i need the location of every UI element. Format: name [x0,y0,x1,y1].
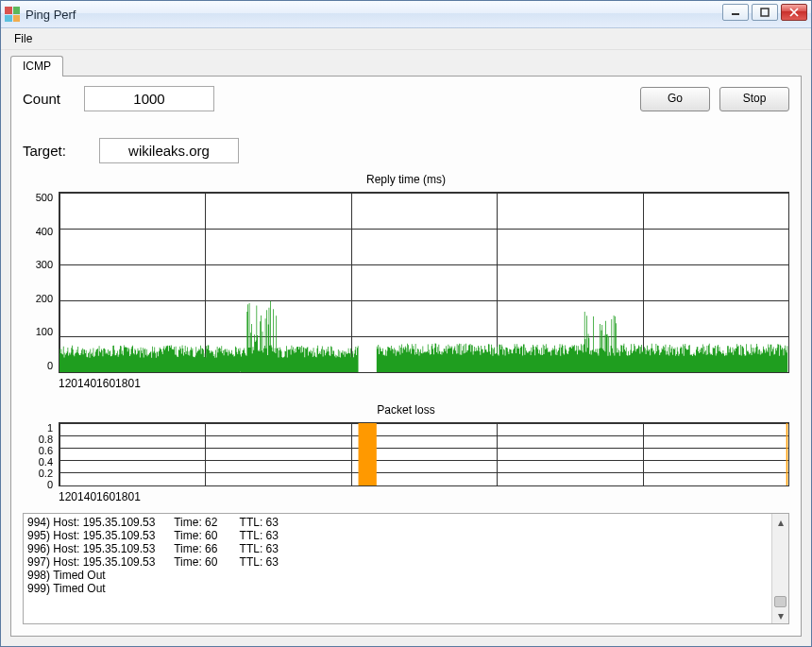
maximize-button[interactable] [752,4,778,21]
charts-area: Reply time (ms) 5004003002001000 1201401… [23,169,789,503]
action-buttons: Go Stop [640,87,789,111]
chart1-xlabels: 1201401601801 [59,377,789,390]
close-icon [789,8,799,17]
chart2-wrap: 10.80.60.40.20 [23,422,789,486]
chart1-plot [59,192,789,373]
count-label: Count [23,91,84,107]
minimize-button[interactable] [722,4,749,21]
count-input[interactable]: 1000 [84,86,214,111]
tabstrip: ICMP [10,56,802,77]
svg-rect-1 [761,9,769,16]
target-input[interactable]: wikileaks.org [99,138,239,163]
maximize-icon [760,8,770,17]
chart2-xlabels-wrap: 1201401601801 [23,490,789,503]
chart1-title: Reply time (ms) [23,173,789,186]
client-area: ICMP Count 1000 Go Stop Target: wikileak… [1,50,811,646]
chart1-wrap: 5004003002001000 [23,192,789,373]
stop-button[interactable]: Stop [719,87,789,111]
scroll-down-icon[interactable]: ▾ [772,607,788,623]
chart1-ylabels: 5004003002001000 [23,192,59,371]
log-scrollbar[interactable]: ▴ ▾ [771,514,788,623]
chart2-xlabels: 1201401601801 [59,490,789,503]
app-icon [5,7,20,22]
titlebar: Ping Perf [1,1,811,28]
tab-panel-icmp: Count 1000 Go Stop Target: wikileaks.org… [10,76,802,637]
scroll-up-icon[interactable]: ▴ [772,514,788,530]
close-button[interactable] [781,4,807,21]
log-text[interactable]: 994) Host: 195.35.109.53 Time: 62 TTL: 6… [24,514,771,623]
chart1-xlabels-wrap: 1201401601801 [23,377,789,390]
menubar: File [1,28,811,50]
target-label: Target: [23,143,84,159]
app-window: Ping Perf File ICMP Count 1000 [0,0,812,647]
go-button[interactable]: Go [640,87,710,111]
scroll-thumb[interactable] [774,596,787,607]
chart2-ylabels: 10.80.60.40.20 [23,422,59,485]
chart2-plot [59,422,789,486]
tab-icmp[interactable]: ICMP [10,56,63,77]
window-title: Ping Perf [25,8,76,22]
count-row: Count 1000 Go Stop [23,86,789,111]
log-output: 994) Host: 195.35.109.53 Time: 62 TTL: 6… [23,513,789,624]
chart2-title: Packet loss [23,403,789,417]
window-controls [722,4,807,21]
target-row: Target: wikileaks.org [23,138,789,163]
minimize-icon [731,8,740,17]
menu-file[interactable]: File [7,29,40,48]
